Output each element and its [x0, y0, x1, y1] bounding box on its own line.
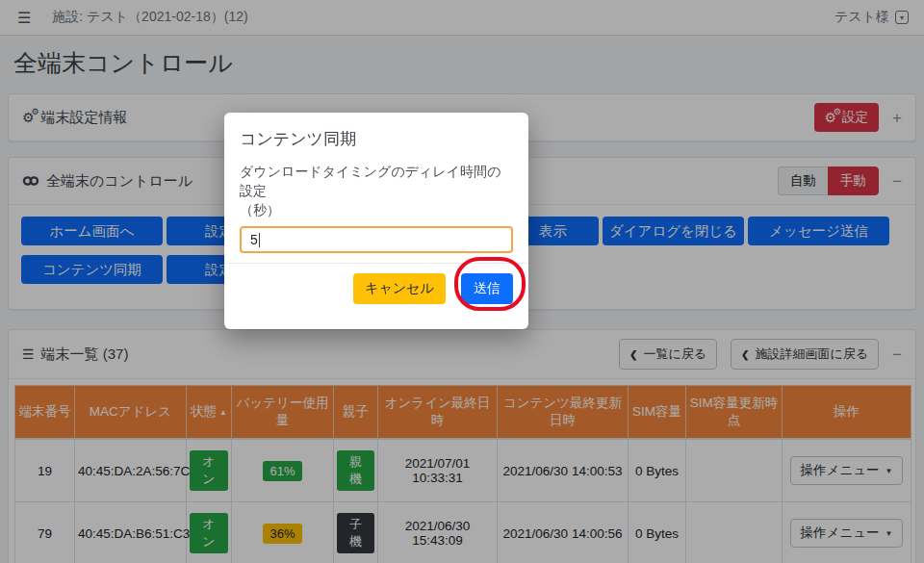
modal-title: コンテンツ同期 [240, 128, 513, 150]
cancel-button[interactable]: キャンセル [353, 273, 446, 304]
submit-button[interactable]: 送信 [461, 273, 513, 304]
text-caret [259, 233, 260, 247]
modal-description: ダウンロードタイミングのディレイ時間の設定 （秒） [240, 162, 513, 219]
delay-seconds-input[interactable]: 5 [240, 226, 513, 253]
content-sync-modal: コンテンツ同期 ダウンロードタイミングのディレイ時間の設定 （秒） 5 キャンセ… [224, 113, 528, 329]
